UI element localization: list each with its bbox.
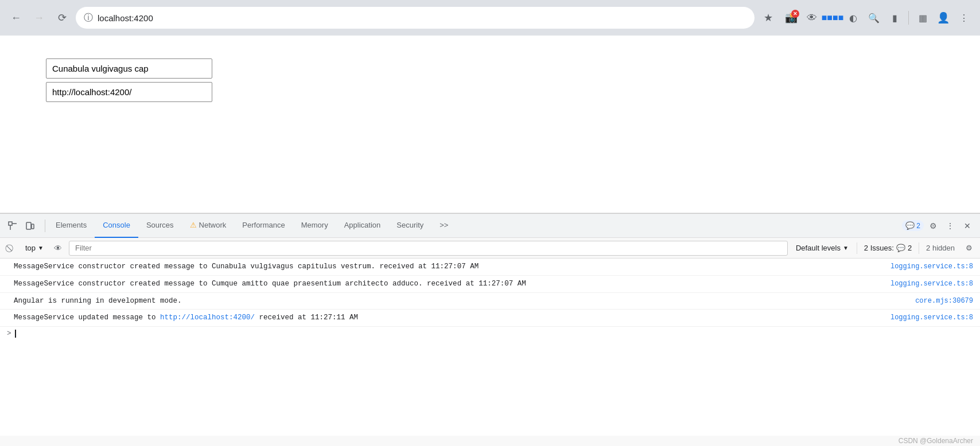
log-source-4[interactable]: logging.service.ts:8 bbox=[879, 312, 973, 323]
page-content bbox=[0, 36, 980, 213]
toolbar-divider-2 bbox=[919, 242, 919, 254]
hidden-count-label: 2 hidden bbox=[923, 244, 958, 252]
svg-rect-0 bbox=[9, 222, 12, 225]
tab-network[interactable]: ⚠ Network bbox=[182, 214, 235, 238]
tab-console[interactable]: Console bbox=[95, 214, 138, 238]
tab-application[interactable]: Application bbox=[336, 214, 389, 238]
log-text-4: MessageService updated message to http:/… bbox=[14, 312, 879, 323]
chrome-actions: 📸 ✕ 👁 ■■■■ ◐ 🔍 ▮ ▦ 👤 ⋮ bbox=[782, 9, 973, 27]
issues-count: 2 bbox=[908, 244, 912, 252]
extension-button-4[interactable]: ◐ bbox=[844, 9, 862, 27]
tab-sources[interactable]: Sources bbox=[138, 214, 182, 238]
chrome-divider bbox=[908, 11, 909, 25]
address-bar: ⓘ bbox=[76, 7, 755, 29]
cursor-blink bbox=[15, 330, 16, 338]
search-button[interactable]: 🔍 bbox=[865, 9, 883, 27]
issues-label: 2 Issues: bbox=[864, 244, 894, 252]
page-input-2[interactable] bbox=[46, 82, 212, 102]
bookmark-button[interactable]: ★ bbox=[759, 9, 777, 27]
default-levels-label: Default levels bbox=[796, 244, 841, 252]
devtools-left-icons bbox=[0, 218, 42, 234]
log-text-2: MessageService constructor created messa… bbox=[14, 279, 879, 289]
console-prompt[interactable]: > bbox=[0, 327, 980, 341]
console-toolbar: ⃠ top ▼ 👁 Default levels ▼ 2 Issues: 💬 2… bbox=[0, 238, 980, 259]
log-text-after-4: received at 11:27:11 AM bbox=[259, 314, 359, 322]
svg-rect-4 bbox=[32, 224, 34, 229]
svg-rect-3 bbox=[26, 222, 31, 229]
extension-button-1[interactable]: 📸 ✕ bbox=[782, 9, 800, 27]
devtools-close-button[interactable]: ✕ bbox=[959, 218, 975, 234]
clear-console-button[interactable]: ⃠ bbox=[3, 241, 18, 256]
device-toggle-icon[interactable] bbox=[22, 218, 38, 234]
profile-button[interactable]: 👤 bbox=[934, 9, 952, 27]
url-input[interactable] bbox=[98, 13, 746, 23]
devtools-panel: Elements Console Sources ⚠ Network Perfo… bbox=[0, 213, 980, 446]
message-count: 2 bbox=[916, 222, 920, 230]
console-settings-button[interactable]: ⚙ bbox=[962, 241, 977, 256]
log-source-1[interactable]: logging.service.ts:8 bbox=[879, 261, 973, 272]
toolbar-divider-1 bbox=[857, 242, 857, 254]
message-badge[interactable]: 💬 2 bbox=[902, 220, 924, 231]
context-selector[interactable]: top ▼ bbox=[22, 242, 47, 253]
log-text-before-4: MessageService updated message to bbox=[14, 314, 160, 322]
console-log-3: Angular is running in development mode. … bbox=[0, 293, 980, 310]
console-log-4: MessageService updated message to http:/… bbox=[0, 310, 980, 327]
devtools-tabs-bar: Elements Console Sources ⚠ Network Perfo… bbox=[0, 214, 980, 238]
levels-chevron-icon: ▼ bbox=[843, 245, 849, 251]
devtools-settings-button[interactable]: ⚙ bbox=[925, 218, 941, 234]
log-text-1: MessageService constructor created messa… bbox=[14, 261, 879, 272]
log-source-2[interactable]: logging.service.ts:8 bbox=[879, 279, 973, 289]
browser-chrome: ← → ⟳ ⓘ ★ 📸 ✕ 👁 ■■■■ ◐ 🔍 ▮ ▦ 👤 bbox=[0, 0, 980, 36]
red-badge: ✕ bbox=[791, 10, 799, 18]
info-icon: ⓘ bbox=[84, 12, 93, 24]
devtools-tab-actions: 💬 2 ⚙ ⋮ ✕ bbox=[897, 218, 980, 234]
split-view-button[interactable]: ▦ bbox=[913, 9, 932, 27]
page-input-1[interactable] bbox=[46, 58, 212, 79]
inspect-element-icon[interactable] bbox=[5, 218, 21, 234]
console-log-2: MessageService constructor created messa… bbox=[0, 276, 980, 293]
default-levels-selector[interactable]: Default levels ▼ bbox=[791, 242, 853, 253]
message-icon: 💬 bbox=[905, 221, 915, 230]
warning-triangle-icon: ⚠ bbox=[190, 221, 197, 229]
console-output: MessageService constructor created messa… bbox=[0, 259, 980, 436]
log-text-3: Angular is running in development mode. bbox=[14, 296, 904, 307]
console-log-1: MessageService constructor created messa… bbox=[0, 259, 980, 276]
tab-memory[interactable]: Memory bbox=[293, 214, 336, 238]
tab-more[interactable]: >> bbox=[431, 214, 456, 238]
extensions-button[interactable]: ▮ bbox=[885, 9, 904, 27]
issues-badge[interactable]: 2 Issues: 💬 2 bbox=[861, 244, 915, 252]
prompt-arrow-icon: > bbox=[7, 330, 11, 338]
back-button[interactable]: ← bbox=[7, 9, 25, 27]
devtools-more-button[interactable]: ⋮ bbox=[942, 218, 958, 234]
eye-icon-button[interactable]: 👁 bbox=[50, 241, 65, 256]
watermark: CSDN @GoldenaArcher bbox=[0, 436, 980, 446]
issues-message-icon: 💬 bbox=[896, 244, 905, 252]
log-source-3[interactable]: core.mjs:30679 bbox=[904, 296, 973, 306]
tab-elements[interactable]: Elements bbox=[48, 214, 95, 238]
extension-button-3[interactable]: ■■■■ bbox=[823, 9, 842, 27]
menu-button[interactable]: ⋮ bbox=[955, 9, 973, 27]
tab-separator-1 bbox=[45, 220, 45, 232]
tab-security[interactable]: Security bbox=[388, 214, 431, 238]
log-link-4[interactable]: http://localhost:4200/ bbox=[160, 314, 255, 322]
context-label: top bbox=[25, 244, 36, 252]
filter-input[interactable] bbox=[69, 241, 788, 256]
reload-button[interactable]: ⟳ bbox=[53, 9, 71, 27]
forward-button[interactable]: → bbox=[30, 9, 48, 27]
extension-button-2[interactable]: 👁 bbox=[803, 9, 821, 27]
tab-performance[interactable]: Performance bbox=[234, 214, 293, 238]
chevron-down-icon: ▼ bbox=[38, 245, 44, 251]
